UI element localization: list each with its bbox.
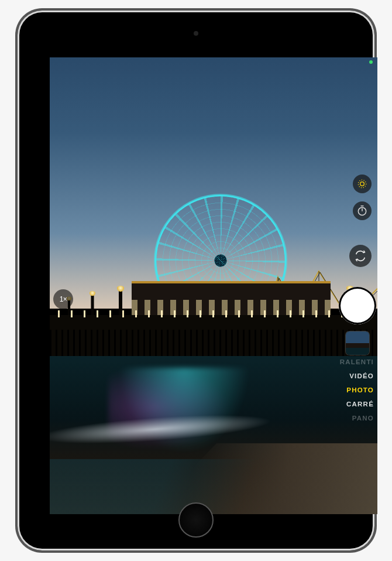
timer-button[interactable] bbox=[353, 201, 372, 220]
home-button[interactable] bbox=[178, 502, 214, 538]
camera-flip-button[interactable] bbox=[349, 245, 372, 267]
mode-carre[interactable]: CARRÉ bbox=[346, 401, 374, 408]
scene-pier bbox=[50, 315, 377, 362]
zoom-button[interactable]: 1× bbox=[53, 289, 73, 309]
last-photo-thumbnail[interactable] bbox=[346, 331, 369, 355]
shutter-button[interactable] bbox=[339, 287, 376, 324]
svg-point-5 bbox=[360, 182, 365, 186]
zoom-label: 1× bbox=[60, 295, 67, 303]
ipad-bezel: 1× bbox=[18, 11, 374, 550]
viewfinder[interactable] bbox=[50, 57, 377, 514]
top-right-controls bbox=[353, 175, 372, 220]
front-camera-dot bbox=[194, 31, 198, 36]
mode-ralenti[interactable]: RALENTI bbox=[340, 358, 374, 365]
ipad-device-frame: 1× bbox=[0, 0, 392, 561]
svg-point-6 bbox=[358, 180, 366, 187]
live-photo-icon bbox=[356, 178, 368, 190]
mode-photo[interactable]: PHOTO bbox=[346, 386, 374, 394]
camera-flip-icon bbox=[354, 249, 367, 262]
screen: 1× bbox=[50, 57, 377, 514]
timer-icon bbox=[356, 205, 368, 217]
mode-selector[interactable]: RALENTI VIDÉO PHOTO CARRÉ PANO bbox=[340, 358, 374, 422]
camera-active-indicator bbox=[369, 60, 373, 64]
live-photo-button[interactable] bbox=[353, 175, 372, 193]
mode-pano[interactable]: PANO bbox=[352, 415, 374, 422]
mode-video[interactable]: VIDÉO bbox=[349, 372, 374, 379]
